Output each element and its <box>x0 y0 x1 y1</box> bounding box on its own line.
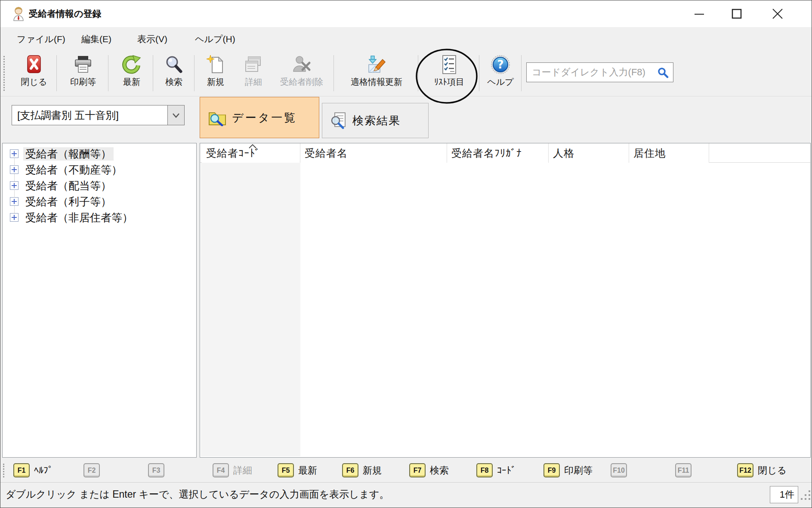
search-results-doc-icon <box>330 112 347 129</box>
maximize-icon <box>732 9 742 19</box>
fkey-f7[interactable]: F7 <box>409 463 426 477</box>
tree-item-label[interactable]: 受給者（不動産等） <box>23 163 124 177</box>
fkey-f3: F3 <box>148 463 164 477</box>
fkey-f9-label: 印刷等 <box>564 462 593 480</box>
code-direct-input-box <box>526 62 673 82</box>
column-header-name-furigana[interactable]: 受給者名ﾌﾘｶﾞﾅ <box>447 143 549 163</box>
qualified-info-update-icon <box>366 54 387 75</box>
fkey-f12[interactable]: F12 <box>737 463 753 477</box>
column-header-personality[interactable]: 人格 <box>549 143 629 163</box>
tree-item-label[interactable]: 受給者（非居住者等） <box>23 211 135 224</box>
expand-plus-icon[interactable] <box>10 181 19 190</box>
list-items-button[interactable]: ﾘｽﾄ項目 <box>422 53 476 94</box>
tree-item-real-estate[interactable]: 受給者（不動産等） <box>3 162 196 178</box>
list-items-icon <box>439 54 460 75</box>
help-toolbar-button[interactable]: ? ヘルプ <box>482 53 519 94</box>
expand-plus-icon[interactable] <box>10 213 19 222</box>
status-message: ダブルクリック または Enter キーで、選択しているデータの入力画面を表示し… <box>6 483 389 506</box>
app-window: 受給者情報の登録 ファイル(F) 編集(E) 表示(V) ヘルプ(H) 閉じる <box>0 0 812 508</box>
tab-label: データ一覧 <box>232 110 297 125</box>
recipient-category-tree: 受給者（報酬等） 受給者（不動産等） 受給者（配当等） 受給者（利子等） 受給者 <box>2 143 197 458</box>
delete-recipient-icon <box>291 54 312 75</box>
tree-item-label[interactable]: 受給者（利子等） <box>23 195 114 208</box>
tree-item-label[interactable]: 受給者（配当等） <box>23 179 114 192</box>
fkey-f4-label: 詳細 <box>233 462 252 480</box>
fkey-f8[interactable]: F8 <box>476 463 493 477</box>
menu-file[interactable]: ファイル(F) <box>14 27 68 51</box>
toolbar: 閉じる 印刷等 最新 <box>0 51 812 96</box>
tree-item-dividends[interactable]: 受給者（配当等） <box>3 178 196 194</box>
fkey-f9[interactable]: F9 <box>543 463 560 477</box>
expand-plus-icon[interactable] <box>10 165 19 174</box>
toolbar-label: 印刷等 <box>61 76 105 88</box>
toolbar-separator <box>418 55 418 91</box>
input-search-icon[interactable] <box>658 67 669 78</box>
chevron-down-icon <box>172 112 180 118</box>
search-toolbar-button[interactable]: 検索 <box>155 53 192 94</box>
column-header-residence[interactable]: 居住地 <box>629 143 709 163</box>
record-count: 1件 <box>770 486 798 503</box>
fkey-f2: F2 <box>83 463 100 477</box>
expand-plus-icon[interactable] <box>10 149 19 158</box>
toolbar-separator <box>108 55 108 91</box>
toolbar-separator <box>479 55 479 91</box>
close-toolbar-button[interactable]: 閉じる <box>15 53 53 94</box>
toolbar-label: ﾘｽﾄ項目 <box>422 76 476 88</box>
toolbar-grip[interactable] <box>3 56 5 91</box>
tree-item-remuneration[interactable]: 受給者（報酬等） <box>3 146 196 162</box>
print-button[interactable]: 印刷等 <box>61 53 105 94</box>
fkey-f5[interactable]: F5 <box>278 463 294 477</box>
toolbar-label: 受給者削除 <box>272 76 332 88</box>
toolbar-label: 最新 <box>113 76 150 88</box>
fkey-f1-label: ﾍﾙﾌﾟ <box>34 462 53 480</box>
toolbar-label: 新規 <box>198 76 234 88</box>
fkey-f6[interactable]: F6 <box>342 463 358 477</box>
toolbar-label: 閉じる <box>15 76 53 88</box>
tab-data-list[interactable]: データ一覧 <box>200 97 319 138</box>
code-direct-input[interactable] <box>527 63 673 82</box>
app-person-icon <box>12 6 25 21</box>
new-button[interactable]: 新規 <box>198 53 234 94</box>
help-icon: ? <box>490 54 511 75</box>
toolbar-label: ヘルプ <box>482 76 519 88</box>
toolbar-label: 適格情報更新 <box>337 76 416 88</box>
new-document-icon <box>205 54 226 75</box>
first-column-shade <box>201 163 300 456</box>
tab-search-results[interactable]: 検索結果 <box>322 103 429 138</box>
tree-item-interest[interactable]: 受給者（利子等） <box>3 194 196 210</box>
menu-edit[interactable]: 編集(E) <box>79 27 114 51</box>
tree-item-label[interactable]: 受給者（報酬等） <box>23 147 114 161</box>
fbar-grip[interactable] <box>3 464 4 477</box>
fkey-f1[interactable]: F1 <box>13 463 30 477</box>
tree-item-non-resident[interactable]: 受給者（非居住者等） <box>3 210 196 226</box>
fkey-f6-label: 新規 <box>363 462 382 480</box>
sort-filter-dropdown[interactable]: [支払調書別 五十音別] <box>12 105 185 125</box>
minimize-button[interactable] <box>684 0 714 27</box>
expand-plus-icon[interactable] <box>10 197 19 206</box>
recipient-data-grid: 受給者ｺｰﾄﾞ 受給者名 受給者名ﾌﾘｶﾞﾅ 人格 居住地 <box>200 143 811 458</box>
fkey-f5-label: 最新 <box>298 462 317 480</box>
fkey-f8-label: ｺｰﾄﾞ <box>497 462 516 480</box>
menu-view[interactable]: 表示(V) <box>135 27 170 51</box>
refresh-button[interactable]: 最新 <box>113 53 150 94</box>
column-header-recipient-name[interactable]: 受給者名 <box>300 143 447 163</box>
function-key-bar: F1 ﾍﾙﾌﾟ F2 F3 F4 詳細 F5 最新 F6 新規 F7 検索 F8… <box>0 462 812 480</box>
menu-bar: ファイル(F) 編集(E) 表示(V) ヘルプ(H) <box>0 27 812 51</box>
dropdown-button[interactable] <box>167 105 185 125</box>
window-title: 受給者情報の登録 <box>29 0 102 27</box>
menu-help[interactable]: ヘルプ(H) <box>192 27 238 51</box>
refresh-icon <box>121 54 142 75</box>
close-button[interactable] <box>763 0 793 27</box>
fkey-f12-label: 閉じる <box>758 462 787 480</box>
resize-grip-icon[interactable] <box>800 489 811 501</box>
fkey-f7-label: 検索 <box>430 462 449 480</box>
maximize-button[interactable] <box>722 0 752 27</box>
status-bar: ダブルクリック または Enter キーで、選択しているデータの入力画面を表示し… <box>0 482 812 508</box>
qualified-info-update-button[interactable]: 適格情報更新 <box>337 53 416 94</box>
search-icon <box>164 54 184 75</box>
close-icon <box>772 8 783 19</box>
minimize-icon <box>694 9 704 19</box>
data-list-folder-icon <box>208 109 227 126</box>
sort-filter-value: [支払調書別 五十音別] <box>12 105 168 125</box>
toolbar-label: 検索 <box>155 76 192 88</box>
